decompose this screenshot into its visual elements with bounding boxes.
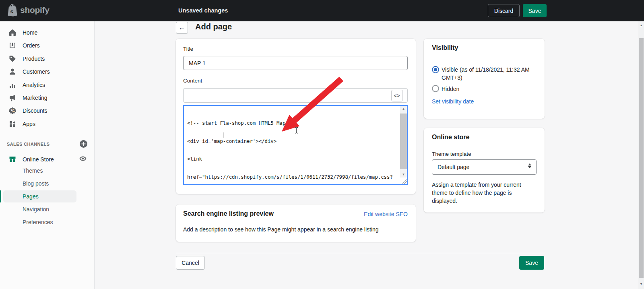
code-line: href="https://cdn.shopify.com/s/files/1/…: [187, 174, 398, 180]
sidebar-item-analytics[interactable]: Analytics: [0, 78, 94, 91]
set-visibility-date-link[interactable]: Set visibility date: [432, 98, 474, 105]
sidebar-item-discounts[interactable]: % Discounts: [0, 104, 94, 117]
apps-grid-icon: [8, 120, 17, 128]
title-input-value: MAP 1: [189, 60, 206, 66]
shopify-logo[interactable]: s shopify: [6, 4, 50, 17]
back-button[interactable]: ←: [176, 22, 188, 34]
top-bar: s shopify Unsaved changes Discard Save: [0, 0, 644, 21]
hidden-radio-label[interactable]: Hidden: [442, 85, 459, 93]
hidden-radio[interactable]: [432, 85, 439, 92]
active-item-indicator: [0, 190, 1, 202]
page-scrollbar[interactable]: ▲ ▼: [638, 21, 644, 289]
unsaved-changes-status: Unsaved changes: [178, 7, 228, 14]
sidebar-item-pages[interactable]: Pages: [23, 191, 39, 202]
shopify-bag-icon: s: [6, 4, 17, 17]
bar-chart-icon: [8, 81, 17, 89]
sidebar-item-themes[interactable]: Themes: [23, 165, 43, 176]
cancel-button[interactable]: Cancel: [176, 256, 205, 270]
code-line: <link: [187, 156, 398, 162]
add-sales-channel-button[interactable]: [79, 140, 88, 148]
tag-icon: [8, 55, 17, 63]
theme-template-select[interactable]: Default page: [432, 159, 537, 175]
online-store-heading: Online store: [432, 134, 469, 141]
discount-badge-icon: %: [8, 107, 17, 115]
person-icon: [8, 68, 17, 76]
theme-template-value: Default page: [438, 164, 469, 170]
save-button-topbar[interactable]: Save: [523, 4, 547, 17]
editor-scrollbar-thumb[interactable]: [400, 114, 407, 169]
content-editor-toolbar: <>: [183, 88, 408, 103]
page-scrollbar-thumb[interactable]: [639, 38, 644, 278]
editor-scrollbar[interactable]: ▲ ▼: [400, 106, 407, 178]
online-store-card: Online store Theme template Default page…: [424, 128, 545, 213]
discard-button[interactable]: Discard: [488, 4, 520, 17]
sidebar-item-navigation[interactable]: Navigation: [23, 204, 49, 215]
scroll-down-icon[interactable]: ▼: [400, 171, 407, 178]
code-text: <!-- start Fla-shop.com HTML5 Map --> <d…: [187, 108, 398, 183]
storefront-icon: [8, 155, 17, 163]
edit-website-seo-link[interactable]: Edit website SEO: [364, 211, 408, 217]
plus-circle-icon: [79, 140, 88, 148]
scroll-up-icon[interactable]: ▲: [400, 106, 407, 112]
view-online-store-button[interactable]: [78, 154, 87, 163]
sidebar-item-products[interactable]: Products: [0, 52, 94, 65]
seo-heading: Search engine listing preview: [183, 210, 274, 217]
footer-divider: [176, 253, 545, 253]
visibility-card: Visibility Visible (as of 11/18/2021, 11…: [424, 39, 545, 119]
code-line: <!-- start Fla-shop.com HTML5 Map -->: [187, 120, 398, 126]
back-arrow-icon: ←: [179, 24, 186, 32]
page-scroll-up-icon[interactable]: ▲: [638, 22, 644, 28]
select-updown-icon: [528, 163, 531, 168]
theme-template-helper-text: Assign a template from your current them…: [432, 181, 535, 205]
sidebar-item-customers[interactable]: Customers: [0, 65, 94, 78]
page-title: Add page: [195, 22, 232, 31]
orders-icon: [8, 41, 17, 50]
visible-radio[interactable]: [432, 66, 439, 73]
active-item-background: [3, 190, 76, 202]
sidebar-item-apps[interactable]: Apps: [0, 118, 94, 130]
sidebar-item-orders[interactable]: Orders: [0, 39, 94, 52]
seo-description-hint: Add a description to see how this Page m…: [183, 226, 379, 233]
text-caret: [223, 132, 223, 138]
svg-text:%: %: [11, 109, 15, 113]
shopify-wordmark: shopify: [20, 5, 50, 15]
save-button-footer[interactable]: Save: [519, 256, 544, 270]
megaphone-icon: [8, 94, 17, 102]
sidebar-item-home[interactable]: Home: [0, 26, 94, 39]
sidebar-nav: Home Orders Products Customers: [0, 21, 95, 289]
code-line: <div id='map-container'></div>: [187, 138, 398, 144]
sales-channels-header: SALES CHANNELS: [7, 142, 50, 147]
sidebar-item-blog-posts[interactable]: Blog posts: [23, 178, 49, 189]
visibility-heading: Visibility: [432, 44, 458, 52]
svg-text:s: s: [10, 8, 14, 14]
page-form-card: Title MAP 1 Content <> <!-- start Fla-sh…: [176, 39, 416, 194]
home-icon: [8, 29, 17, 37]
content-code-editor[interactable]: <!-- start Fla-shop.com HTML5 Map --> <d…: [183, 105, 408, 185]
eye-icon: [78, 154, 87, 163]
title-input[interactable]: MAP 1: [183, 56, 408, 70]
show-html-button[interactable]: <>: [391, 90, 403, 101]
visible-radio-label[interactable]: Visible (as of 11/18/2021, 11:32 AM GMT+…: [442, 66, 537, 82]
sidebar-item-marketing[interactable]: Marketing: [0, 91, 94, 104]
page-scroll-down-icon[interactable]: ▼: [638, 281, 644, 287]
content-label: Content: [183, 78, 202, 84]
seo-preview-card: Search engine listing preview Edit websi…: [176, 204, 416, 242]
title-label: Title: [183, 46, 193, 52]
shopify-admin-window: s shopify Unsaved changes Discard Save H…: [0, 0, 644, 289]
theme-template-label: Theme template: [432, 151, 471, 157]
sidebar-item-preferences[interactable]: Preferences: [23, 217, 53, 228]
textarea-resize-handle[interactable]: [401, 178, 407, 184]
